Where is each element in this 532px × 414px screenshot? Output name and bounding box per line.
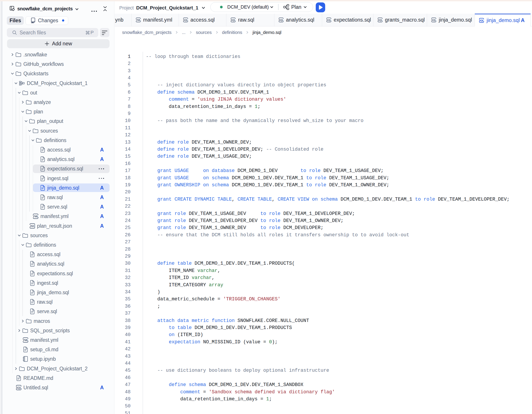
svg-text:SQL: SQL xyxy=(479,19,484,22)
svg-text:SQL: SQL xyxy=(326,19,331,21)
svg-text:SQL: SQL xyxy=(278,19,283,21)
svg-text:SQL: SQL xyxy=(183,19,188,21)
svg-text:SQL: SQL xyxy=(431,19,436,21)
svg-text:YML: YML xyxy=(23,338,28,342)
svg-text:SQL: SQL xyxy=(231,19,236,21)
svg-text:SQL: SQL xyxy=(378,19,382,21)
svg-text:JSO: JSO xyxy=(29,224,35,228)
svg-text:YML: YML xyxy=(136,19,141,21)
svg-text:YML: YML xyxy=(33,215,39,218)
svg-text:SQL: SQL xyxy=(16,386,22,389)
